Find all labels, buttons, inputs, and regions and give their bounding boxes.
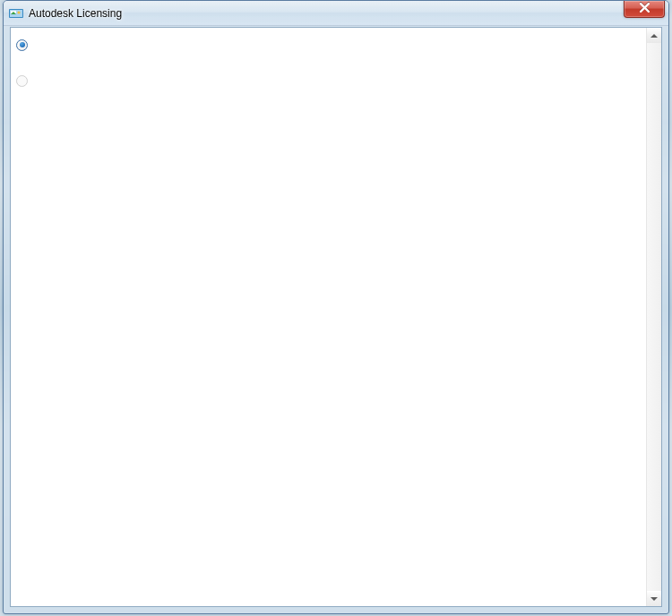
scroll-down-button[interactable] xyxy=(647,591,661,606)
content-pane xyxy=(11,28,646,606)
scroll-track[interactable] xyxy=(647,43,661,591)
option-radio-1[interactable] xyxy=(16,39,28,51)
app-icon xyxy=(9,6,23,21)
vertical-scrollbar[interactable] xyxy=(646,28,661,606)
chevron-down-icon xyxy=(650,597,658,601)
scroll-up-button[interactable] xyxy=(647,28,661,43)
close-button[interactable] xyxy=(624,1,665,18)
svg-point-3 xyxy=(17,11,20,13)
client-area xyxy=(10,27,662,607)
option-radio-2[interactable] xyxy=(16,75,28,87)
dialog-window: Autodesk Licensing xyxy=(3,0,669,614)
close-icon xyxy=(639,3,650,15)
option-row-1 xyxy=(16,37,641,53)
titlebar[interactable]: Autodesk Licensing xyxy=(4,1,668,26)
option-row-2 xyxy=(16,73,641,89)
window-title: Autodesk Licensing xyxy=(29,6,122,21)
chevron-up-icon xyxy=(650,34,658,38)
